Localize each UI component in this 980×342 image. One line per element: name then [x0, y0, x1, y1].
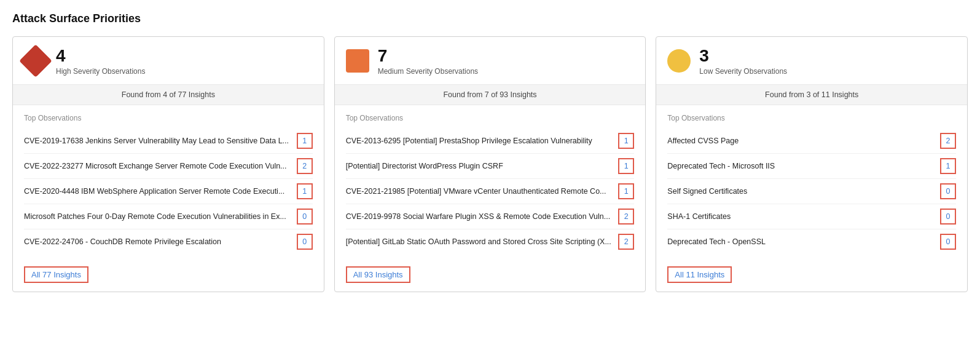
list-item: CVE-2022-23277 Microsoft Exchange Server… — [24, 154, 313, 179]
medium-insights-link[interactable]: All 93 Insights — [346, 266, 410, 283]
list-item: CVE-2013-6295 [Potential] PrestaShop Pri… — [346, 129, 635, 154]
observation-name: Microsoft Patches Four 0-Day Remote Code… — [24, 212, 292, 221]
low-observations-list: Affected CVSS Page2Deprecated Tech - Mic… — [667, 129, 956, 254]
observation-name: CVE-2013-6295 [Potential] PrestaShop Pri… — [346, 137, 614, 145]
observation-count: 0 — [940, 183, 956, 199]
list-item: Deprecated Tech - Microsoft IIS1 — [667, 154, 956, 179]
card-medium: 7Medium Severity ObservationsFound from … — [334, 36, 646, 292]
medium-found-bar: Found from 7 of 93 Insights — [335, 85, 646, 105]
medium-severity-icon — [346, 49, 369, 73]
list-item: Deprecated Tech - OpenSSL0 — [667, 229, 956, 254]
observation-name: Affected CVSS Page — [667, 137, 935, 145]
observation-name: CVE-2019-9978 Social Warfare Plugin XSS … — [346, 212, 614, 221]
list-item: SHA-1 Certificates0 — [667, 204, 956, 229]
observation-count: 1 — [618, 183, 634, 199]
list-item: [Potential] Directorist WordPress Plugin… — [346, 154, 635, 179]
card-header-medium: 7Medium Severity Observations — [335, 37, 646, 85]
list-item: Self Signed Certificates0 — [667, 179, 956, 204]
cards-container: 4High Severity ObservationsFound from 4 … — [12, 36, 968, 292]
high-observations-list: CVE-2019-17638 Jenkins Server Vulnerabil… — [24, 129, 313, 254]
high-found-bar: Found from 4 of 77 Insights — [13, 85, 324, 105]
observation-name: CVE-2022-24706 - CouchDB Remote Privileg… — [24, 237, 292, 246]
medium-label: Medium Severity Observations — [378, 67, 478, 76]
observation-name: [Potential] GitLab Static OAuth Password… — [346, 237, 614, 246]
observation-name: CVE-2019-17638 Jenkins Server Vulnerabil… — [24, 137, 292, 145]
low-severity-icon — [667, 49, 691, 73]
observation-count: 0 — [940, 209, 956, 225]
list-item: CVE-2022-24706 - CouchDB Remote Privileg… — [24, 229, 313, 254]
observation-count: 2 — [940, 133, 956, 149]
observation-count: 1 — [940, 158, 956, 174]
card-header-high: 4High Severity Observations — [13, 37, 324, 85]
observation-count: 1 — [297, 183, 313, 199]
list-item: CVE-2020-4448 IBM WebSphere Application … — [24, 179, 313, 204]
page-title: Attack Surface Priorities — [12, 12, 968, 25]
observation-name: CVE-2020-4448 IBM WebSphere Application … — [24, 187, 292, 196]
list-item: CVE-2021-21985 [Potential] VMware vCente… — [346, 179, 635, 204]
medium-observations-list: CVE-2013-6295 [Potential] PrestaShop Pri… — [346, 129, 635, 254]
observation-name: SHA-1 Certificates — [667, 212, 935, 221]
card-high: 4High Severity ObservationsFound from 4 … — [12, 36, 324, 292]
list-item: CVE-2019-9978 Social Warfare Plugin XSS … — [346, 204, 635, 229]
card-header-low: 3Low Severity Observations — [656, 37, 967, 85]
high-label: High Severity Observations — [56, 67, 145, 76]
low-section-label: Top Observations — [667, 114, 956, 122]
observation-count: 1 — [297, 133, 313, 149]
observation-count: 0 — [297, 234, 313, 250]
medium-section-label: Top Observations — [346, 114, 635, 122]
low-insights-link[interactable]: All 11 Insights — [667, 266, 732, 283]
observation-name: CVE-2021-21985 [Potential] VMware vCente… — [346, 187, 614, 196]
high-count: 4 — [56, 47, 145, 66]
card-low: 3Low Severity ObservationsFound from 3 o… — [656, 36, 968, 292]
high-section-label: Top Observations — [24, 114, 313, 122]
observation-count: 1 — [618, 158, 634, 174]
observation-name: [Potential] Directorist WordPress Plugin… — [346, 162, 614, 170]
list-item: Microsoft Patches Four 0-Day Remote Code… — [24, 204, 313, 229]
list-item: CVE-2019-17638 Jenkins Server Vulnerabil… — [24, 129, 313, 154]
list-item: Affected CVSS Page2 — [667, 129, 956, 154]
observation-count: 2 — [618, 234, 634, 250]
observation-count: 2 — [618, 209, 634, 225]
observation-name: Deprecated Tech - OpenSSL — [667, 237, 935, 246]
observation-count: 1 — [618, 133, 634, 149]
high-severity-icon — [19, 45, 52, 78]
medium-count: 7 — [378, 47, 478, 66]
observation-name: Self Signed Certificates — [667, 187, 935, 196]
observation-count: 0 — [940, 234, 956, 250]
list-item: [Potential] GitLab Static OAuth Password… — [346, 229, 635, 254]
observation-count: 2 — [297, 158, 313, 174]
observation-name: Deprecated Tech - Microsoft IIS — [667, 162, 935, 170]
observation-count: 0 — [297, 209, 313, 225]
low-label: Low Severity Observations — [699, 67, 787, 76]
observation-name: CVE-2022-23277 Microsoft Exchange Server… — [24, 162, 292, 170]
low-count: 3 — [699, 47, 787, 66]
low-found-bar: Found from 3 of 11 Insights — [656, 85, 967, 105]
high-insights-link[interactable]: All 77 Insights — [24, 266, 88, 283]
